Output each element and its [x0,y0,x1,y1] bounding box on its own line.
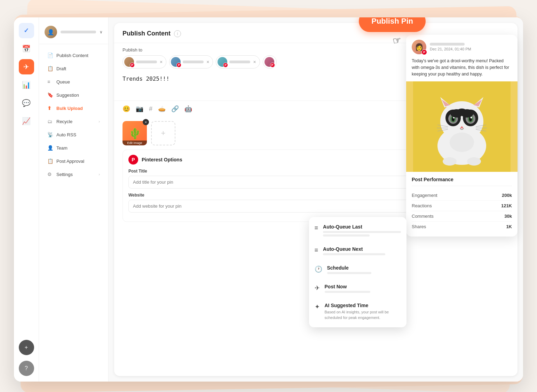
ai-suggested-icon: ✦ [315,303,320,311]
reactions-label: Reactions [412,203,432,208]
stat-comments: Comments 30k [412,211,512,222]
ai-robot-icon[interactable]: 🤖 [184,105,192,113]
dropdown-item-schedule[interactable]: 🕐 Schedule [309,261,406,280]
preview-user-info: Dec 21, 2024, 01:40 PM [430,43,471,51]
comments-value: 30k [504,214,512,219]
settings-icon: ⚙ [47,171,53,177]
schedule-title: Schedule [327,265,401,271]
nav-item-team[interactable]: 👤 Team [42,142,105,154]
nav-label-publish-content: Publish Content [56,53,100,58]
schedule-content: Schedule [327,265,401,275]
auto-queue-next-title: Auto-Queue Next [323,246,401,252]
image-add-button[interactable]: + [151,121,175,145]
image-remove-button[interactable]: × [143,119,149,125]
publish-icon: 📄 [47,53,53,58]
emoji-icon[interactable]: 😊 [123,105,130,113]
pinterest-badge-2: P [176,63,181,67]
cactus-icon: 🌵 [128,127,141,139]
stat-shares: Shares 1K [412,222,512,232]
nav-item-draft[interactable]: 📋 Draft [42,62,105,75]
account-chip-4[interactable]: P [263,55,277,69]
dropdown-item-post-now[interactable]: ✈ Post Now [309,280,406,298]
schedule-bar-1 [327,272,371,274]
auto-queue-next-content: Auto-Queue Next [323,246,401,257]
pinterest-options-title: Pinterest Options [142,157,182,162]
nav-label-queue: Queue [56,79,100,85]
account-close-2[interactable]: × [206,59,209,65]
nav-item-publish-content[interactable]: 📄 Publish Content [42,49,105,62]
team-icon: 👤 [47,145,53,151]
svg-point-24 [450,133,474,152]
account-close-1[interactable]: × [160,59,163,65]
auto-queue-next-bar-1 [323,253,385,255]
pinterest-badge-3: P [223,63,228,67]
nav-item-post-approval[interactable]: 📋 Post Approval [42,155,105,167]
nav-label-draft: Draft [56,66,100,71]
add-button[interactable]: + [19,340,34,355]
nav-item-recycle[interactable]: 🗂 Recycle › [42,115,105,128]
svg-point-16 [471,117,472,119]
pinterest-logo: P [128,155,138,165]
draft-icon: 📋 [47,66,53,71]
logo-icon[interactable]: ✓ [19,23,34,38]
preview-name-bar [430,43,465,46]
cat-illustration [413,81,511,172]
auto-queue-last-bar-1 [323,231,401,233]
queue-icon: ≡ [47,79,53,85]
preview-image [406,81,518,172]
nav-item-queue[interactable]: ≡ Queue [42,75,105,88]
user-avatar: 👤 [45,26,57,38]
ai-suggested-content: AI Suggested Time Based on AI insights, … [325,303,401,320]
chart-bar-icon[interactable]: 📊 [19,77,34,93]
chat-icon[interactable]: 💬 [19,95,34,111]
settings-chevron-icon: › [98,172,100,176]
hashtag-icon[interactable]: # [149,105,152,113]
nav-label-post-approval: Post Approval [56,159,100,164]
analytics-icon[interactable]: 📈 [19,113,34,129]
camera-icon[interactable]: 📷 [136,105,143,113]
image-edit-label[interactable]: Edit Image [123,141,147,145]
nav-label-bulk-upload: Bulk Upload [56,106,100,111]
publish-pin-button[interactable]: Publish Pin [359,17,426,32]
nav-item-auto-rss[interactable]: 📡 Auto RSS [42,128,105,141]
schedule-icon: 🕐 [315,265,322,273]
link-icon[interactable]: 🔗 [171,105,179,113]
calendar-icon[interactable]: 📅 [19,41,34,56]
ai-suggested-desc: Based on AI insights, your post will be … [325,310,401,320]
mention-icon[interactable]: 🥧 [158,105,166,113]
account-chip-2[interactable]: P × [169,55,213,69]
dropdown-item-ai-suggested[interactable]: ✦ AI Suggested Time Based on AI insights… [309,298,406,325]
account-chip-1[interactable]: P × [123,55,166,69]
dropdown-item-auto-queue-next[interactable]: ≡ Auto-Queue Next [309,242,406,261]
svg-point-29 [457,109,467,115]
auto-queue-next-icon: ≡ [315,247,318,254]
account-chip-3[interactable]: P × [216,55,260,69]
preview-header: 👩 P Dec 21, 2024, 01:40 PM [406,35,518,58]
auto-queue-last-icon: ≡ [315,224,318,232]
nav-label-recycle: Recycle [56,119,95,124]
auto-queue-last-bar-2 [323,234,370,237]
nav-item-suggestion[interactable]: 🔖 Suggestion [42,89,105,101]
nav-label-settings: Settings [56,172,95,177]
account-name-bar-3 [229,61,250,63]
help-button[interactable]: ? [19,361,34,376]
send-icon[interactable]: ✈ [19,59,34,74]
user-row[interactable]: 👤 ∨ [45,26,103,38]
pinterest-badge-4: P [270,63,275,67]
preview-pinterest-badge: P [421,49,427,55]
engagement-label: Engagement [412,193,437,198]
dropdown-item-auto-queue-last[interactable]: ≡ Auto-Queue Last [309,220,406,242]
post-now-bar-1 [325,291,370,293]
main-content: Publish Pin ☞ Publish Content i Publish … [109,17,523,382]
publish-panel-title: Publish Content [123,30,171,37]
nav-label-auto-rss: Auto RSS [56,132,100,137]
account-close-3[interactable]: × [253,59,256,65]
stat-reactions: Reactions 121K [412,201,512,211]
bulk-upload-icon: ⬆ [47,105,53,111]
icon-sidebar: ✓ 📅 ✈ 📊 💬 📈 + ? [14,17,39,382]
nav-item-settings[interactable]: ⚙ Settings › [42,168,105,181]
post-now-content: Post Now [325,284,401,294]
nav-item-bulk-upload[interactable]: ⬆ Bulk Upload [42,102,105,114]
preview-avatar: 👩 P [412,40,426,54]
info-icon[interactable]: i [174,30,181,37]
